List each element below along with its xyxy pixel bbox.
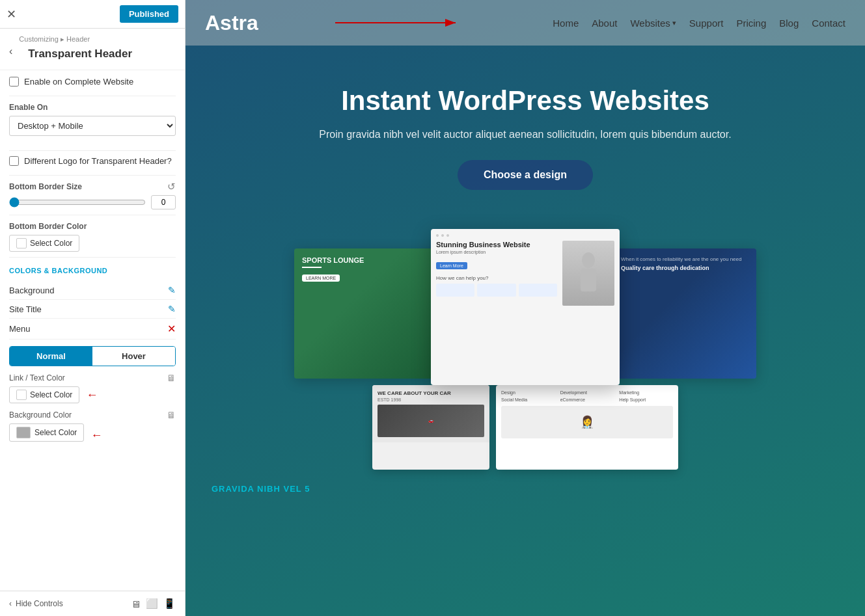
background-label: Background bbox=[9, 286, 54, 295]
divider-4 bbox=[9, 215, 176, 215]
enable-on-label: Enable On bbox=[9, 103, 176, 112]
background-row: Background ✎ bbox=[9, 281, 176, 300]
panel-section-title: Transparent Header bbox=[19, 44, 141, 67]
different-logo-checkbox[interactable] bbox=[9, 156, 19, 166]
svg-rect-3 bbox=[581, 269, 596, 291]
biz-col-2 bbox=[477, 284, 515, 297]
nav-home[interactable]: Home bbox=[553, 18, 579, 29]
biz-person-img bbox=[562, 241, 614, 306]
bg-color-label-row: Background Color 🖥 bbox=[9, 410, 176, 420]
card-sports-btn: LEARN MORE bbox=[302, 275, 340, 282]
nav-blog[interactable]: Blog bbox=[779, 18, 799, 29]
breadcrumb-parent: Customizing bbox=[19, 35, 59, 43]
breadcrumb-separator: ▸ bbox=[61, 35, 64, 43]
colors-section-heading: COLORS & BACKGROUND bbox=[9, 267, 176, 275]
preview-nav: Home About Websites ▾ Support Pricing Bl… bbox=[553, 18, 845, 29]
bg-color-label: Background Color bbox=[9, 410, 72, 420]
bottom-icons-group: 🖥 ⬜ 📱 bbox=[131, 598, 176, 609]
website-cards-container: SPORTS LOUNGE LEARN MORE Stunning Busine… bbox=[185, 216, 865, 398]
card-auto-img-placeholder: 🚗 bbox=[428, 418, 434, 423]
tab-group: Normal Hover bbox=[9, 346, 176, 366]
hero-subtitle: Proin gravida nibh vel velit auctor aliq… bbox=[297, 129, 753, 141]
close-button[interactable]: ✕ bbox=[7, 7, 16, 21]
border-size-input[interactable]: 0 bbox=[151, 195, 176, 209]
bottom-border-size-label: Bottom Border Size bbox=[9, 182, 82, 191]
panel-content: Enable on Complete Website Enable On Des… bbox=[0, 70, 185, 591]
menu-remove-button[interactable]: ✕ bbox=[167, 323, 176, 335]
border-size-slider[interactable] bbox=[9, 197, 146, 208]
bottom-section: GRAVIDA NIBH VEL 5 bbox=[185, 470, 865, 501]
tablet-view-button[interactable]: ⬜ bbox=[146, 598, 158, 609]
card-business: Stunning Business Website Lorem ipsum de… bbox=[431, 229, 620, 385]
different-logo-label: Different Logo for Transparent Header? bbox=[24, 156, 172, 166]
border-size-slider-row: 0 bbox=[9, 195, 176, 209]
card-medical-inner: When it comes to reliability we are the … bbox=[613, 248, 756, 282]
bg-color-swatch bbox=[16, 427, 31, 438]
card-sports-title: SPORTS LOUNGE bbox=[302, 256, 430, 264]
biz-dot-2 bbox=[441, 234, 444, 237]
link-text-color-label: Link / Text Color bbox=[9, 373, 65, 382]
site-title-label: Site Title bbox=[9, 304, 42, 314]
enable-complete-website-label: Enable on Complete Website bbox=[24, 77, 133, 87]
mobile-view-button[interactable]: 📱 bbox=[163, 598, 176, 609]
tab-hover-button[interactable]: Hover bbox=[92, 347, 175, 366]
svg-point-2 bbox=[582, 252, 595, 268]
link-text-color-button[interactable]: Select Color bbox=[9, 386, 79, 403]
bottom-border-color-button[interactable]: Select Color bbox=[9, 235, 79, 252]
service-support: Help Support bbox=[619, 397, 673, 402]
nav-contact[interactable]: Contact bbox=[812, 18, 845, 29]
site-title-edit-button[interactable]: ✎ bbox=[168, 304, 176, 314]
back-button[interactable]: ‹ bbox=[9, 46, 12, 57]
person-silhouette bbox=[575, 250, 601, 296]
bg-color-arrow-indicator: ← bbox=[90, 429, 102, 442]
background-edit-button[interactable]: ✎ bbox=[168, 285, 176, 295]
biz-subtitle: Lorem ipsum description bbox=[436, 250, 557, 254]
desktop-view-button[interactable]: 🖥 bbox=[131, 598, 141, 609]
bottom-border-color-label: Bottom Border Color bbox=[9, 222, 176, 231]
link-text-monitor-icon: 🖥 bbox=[167, 373, 176, 383]
menu-row: Menu ✕ bbox=[9, 319, 176, 340]
nav-support[interactable]: Support bbox=[689, 18, 724, 29]
enable-complete-website-row: Enable on Complete Website bbox=[9, 77, 176, 87]
divider-5 bbox=[9, 257, 176, 258]
card-medical-title: Quality care through dedication bbox=[621, 265, 748, 271]
card-services-image: 👩‍⚕️ bbox=[501, 406, 673, 438]
card-medical: When it comes to reliability we are the … bbox=[613, 248, 756, 379]
menu-label: Menu bbox=[9, 324, 31, 334]
service-ecomm: eCommerce bbox=[560, 397, 614, 402]
published-button[interactable]: Published bbox=[120, 5, 178, 23]
arrow-svg bbox=[335, 16, 465, 29]
tab-normal-button[interactable]: Normal bbox=[10, 347, 92, 366]
divider-3 bbox=[9, 175, 176, 176]
service-social: Social Media bbox=[501, 397, 555, 402]
enable-on-select[interactable]: Desktop + Mobile Desktop Only Mobile Onl… bbox=[9, 116, 176, 136]
preview-area: Astra Home About Websites ▾ Support Pric… bbox=[185, 0, 865, 616]
card-sports-lounge: SPORTS LOUNGE LEARN MORE bbox=[294, 248, 437, 379]
hide-controls-button[interactable]: ‹ Hide Controls bbox=[9, 599, 63, 608]
hero-title: Instant WordPress Websites bbox=[212, 85, 839, 117]
bottom-label: GRAVIDA NIBH VEL 5 bbox=[212, 484, 310, 494]
link-text-color-swatch bbox=[16, 390, 27, 400]
breadcrumb-current: Header bbox=[66, 35, 90, 43]
link-text-color-button-label: Select Color bbox=[30, 390, 72, 399]
hero-cta-button[interactable]: Choose a design bbox=[458, 160, 593, 190]
background-color-button[interactable]: Select Color bbox=[9, 423, 84, 442]
biz-col-3 bbox=[519, 284, 557, 297]
bg-color-monitor-icon: 🖥 bbox=[167, 410, 176, 420]
top-bar: ✕ Published bbox=[0, 0, 185, 29]
divider-1 bbox=[9, 96, 176, 96]
red-arrow bbox=[335, 16, 465, 29]
customizer-panel: ✕ Published ‹ Customizing ▸ Header Trans… bbox=[0, 0, 185, 616]
biz-cta-btn: Learn More bbox=[436, 262, 467, 269]
nav-about[interactable]: About bbox=[592, 18, 617, 29]
biz-dot-1 bbox=[436, 234, 439, 237]
card-auto-image: 🚗 bbox=[378, 405, 484, 437]
nav-pricing[interactable]: Pricing bbox=[736, 18, 766, 29]
site-title-row: Site Title ✎ bbox=[9, 300, 176, 319]
bottom-bar: ‹ Hide Controls 🖥 ⬜ 📱 bbox=[0, 591, 185, 616]
hide-controls-label: Hide Controls bbox=[16, 599, 63, 608]
enable-complete-website-checkbox[interactable] bbox=[9, 77, 19, 87]
reset-border-size-button[interactable]: ↺ bbox=[167, 181, 176, 193]
nav-websites[interactable]: Websites ▾ bbox=[630, 18, 676, 29]
breadcrumb: Customizing ▸ Header bbox=[19, 35, 141, 44]
